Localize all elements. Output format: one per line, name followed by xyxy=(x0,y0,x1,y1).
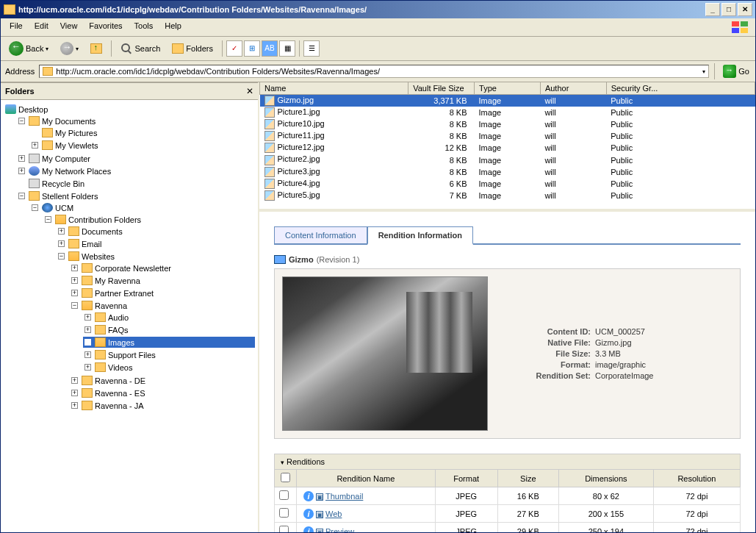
tree-partner[interactable]: +Partner Extranet xyxy=(70,287,255,298)
rendition-checkbox[interactable] xyxy=(279,508,289,518)
download-icon[interactable]: ▣ xyxy=(316,511,323,518)
expand-icon[interactable]: − xyxy=(32,204,38,211)
rendition-link[interactable]: Web xyxy=(325,509,342,518)
expand-icon[interactable]: + xyxy=(84,326,91,333)
file-row[interactable]: Picture1.jpg8 KBImagewillPublic xyxy=(260,107,755,118)
close-button[interactable]: ✕ xyxy=(738,3,752,16)
tree-ravenna-de[interactable]: +Ravenna - DE xyxy=(70,375,255,386)
info-icon[interactable]: i xyxy=(303,526,314,533)
tree-recycle[interactable]: Recycle Bin xyxy=(17,178,255,189)
maximize-button[interactable]: □ xyxy=(721,3,736,16)
download-icon[interactable]: ▣ xyxy=(316,529,323,533)
file-row[interactable]: Picture3.jpg8 KBImagewillPublic xyxy=(260,166,755,178)
view-btn-2[interactable]: ⊞ xyxy=(244,40,260,57)
expand-icon[interactable]: + xyxy=(71,277,78,284)
file-row[interactable]: Picture12.jpg12 KBImagewillPublic xyxy=(260,142,755,154)
menu-help[interactable]: Help xyxy=(159,20,187,35)
close-folders-pane[interactable]: ✕ xyxy=(246,86,253,96)
tree-myviewlets[interactable]: +My Viewlets xyxy=(30,140,255,151)
menu-edit[interactable]: Edit xyxy=(29,20,54,35)
expand-icon[interactable]: + xyxy=(84,351,91,358)
rendition-checkbox[interactable] xyxy=(279,490,289,500)
tree-ravenna-es[interactable]: +Ravenna - ES xyxy=(70,387,255,398)
expand-icon[interactable]: − xyxy=(18,193,25,199)
expand-icon[interactable]: + xyxy=(71,390,78,396)
forward-button[interactable]: ▾ xyxy=(55,40,84,57)
tree-mynetwork[interactable]: +My Network Places xyxy=(17,165,255,176)
info-icon[interactable]: i xyxy=(303,509,314,519)
menu-file[interactable]: File xyxy=(4,20,29,35)
col-header[interactable]: Type xyxy=(475,82,541,95)
tree-ravenna[interactable]: −Ravenna xyxy=(70,300,255,311)
expand-icon[interactable]: + xyxy=(71,290,78,296)
tab-rendition-info[interactable]: Rendition Information xyxy=(367,226,473,245)
tree-ucm[interactable]: −UCM xyxy=(30,202,255,213)
rend-col[interactable]: Size xyxy=(497,470,558,487)
menu-view[interactable]: View xyxy=(54,20,84,35)
tree-stellent[interactable]: −Stellent Folders xyxy=(17,190,255,201)
expand-icon[interactable]: + xyxy=(18,168,25,174)
tree-faqs[interactable]: +FAQs xyxy=(83,324,255,335)
expand-icon[interactable]: + xyxy=(58,228,65,235)
expand-icon[interactable]: + xyxy=(84,314,91,321)
search-button[interactable]: Search xyxy=(115,40,165,57)
minimize-button[interactable]: _ xyxy=(705,3,720,16)
expand-icon[interactable]: − xyxy=(45,216,51,223)
expand-icon[interactable]: + xyxy=(71,265,78,271)
tree-myravenna[interactable]: +My Ravenna xyxy=(70,275,255,286)
rendition-link[interactable]: Preview xyxy=(325,527,354,533)
address-field[interactable]: http://ucm.oracle.com/idc1/idcplg/webdav… xyxy=(39,65,709,78)
file-row[interactable]: Picture2.jpg8 KBImagewillPublic xyxy=(260,154,755,165)
tree-mydocs[interactable]: −My Documents xyxy=(17,115,255,126)
tree-corpnews[interactable]: +Corporate Newsletter xyxy=(70,262,255,273)
rendition-link[interactable]: Thumbnail xyxy=(325,492,363,501)
view-btn-5[interactable]: ☰ xyxy=(303,40,320,57)
col-header[interactable]: Security Gr... xyxy=(606,82,755,95)
tree-ravenna-ja[interactable]: +Ravenna - JA xyxy=(70,400,255,411)
rendition-checkbox[interactable] xyxy=(279,526,289,532)
rend-col[interactable]: Format xyxy=(435,470,497,487)
file-row[interactable]: Gizmo.jpg3,371 KBImagewillPublic xyxy=(260,95,755,107)
file-row[interactable]: Picture4.jpg6 KBImagewillPublic xyxy=(260,178,755,190)
col-header[interactable]: Name xyxy=(260,82,408,95)
view-btn-3[interactable]: AB xyxy=(262,40,278,57)
tree-desktop[interactable]: Desktop xyxy=(4,104,255,115)
select-all-checkbox[interactable] xyxy=(281,473,290,482)
expand-icon[interactable]: + xyxy=(84,364,91,371)
tree-mypics[interactable]: My Pictures xyxy=(30,127,255,138)
expand-icon[interactable]: + xyxy=(71,377,78,384)
back-button[interactable]: Back▾ xyxy=(4,39,54,58)
rend-col[interactable]: Dimensions xyxy=(558,470,653,487)
tree-documents[interactable]: +Documents xyxy=(57,226,255,237)
expand-icon[interactable]: + xyxy=(58,240,65,247)
rend-col[interactable]: Rendition Name xyxy=(297,470,436,487)
menu-favorites[interactable]: Favorites xyxy=(83,20,128,35)
tree-email[interactable]: +Email xyxy=(57,238,255,249)
rend-col[interactable]: Resolution xyxy=(653,470,740,487)
file-row[interactable]: Picture5.jpg7 KBImagewillPublic xyxy=(260,190,755,201)
view-btn-1[interactable]: ✓ xyxy=(226,40,242,57)
rend-col[interactable] xyxy=(275,470,297,487)
renditions-header[interactable]: ▾ Renditions xyxy=(274,454,741,469)
file-row[interactable]: Picture11.jpg8 KBImagewillPublic xyxy=(260,130,755,142)
up-button[interactable] xyxy=(85,41,107,56)
expand-icon[interactable]: + xyxy=(71,402,78,409)
expand-icon[interactable]: + xyxy=(32,142,38,149)
expand-icon[interactable]: − xyxy=(18,118,25,124)
address-dropdown[interactable]: ▾ xyxy=(702,68,705,75)
menu-tools[interactable]: Tools xyxy=(129,20,159,35)
tree-videos[interactable]: +Videos xyxy=(83,362,255,373)
tree-support[interactable]: +Support Files xyxy=(83,349,255,360)
tree-mycomputer[interactable]: +My Computer xyxy=(17,153,255,164)
info-icon[interactable]: i xyxy=(303,491,314,501)
col-header[interactable]: Vault File Size xyxy=(408,82,475,95)
expand-icon[interactable]: − xyxy=(58,253,65,260)
go-button[interactable]: Go xyxy=(720,63,752,79)
file-row[interactable]: Picture10.jpg8 KBImagewillPublic xyxy=(260,118,755,130)
expand-icon[interactable]: − xyxy=(71,302,78,309)
tree-audio[interactable]: +Audio xyxy=(83,312,255,323)
tab-content-info[interactable]: Content Information xyxy=(274,226,367,243)
download-icon[interactable]: ▣ xyxy=(316,493,323,501)
col-header[interactable]: Author xyxy=(540,82,606,95)
expand-icon[interactable]: + xyxy=(18,155,25,162)
